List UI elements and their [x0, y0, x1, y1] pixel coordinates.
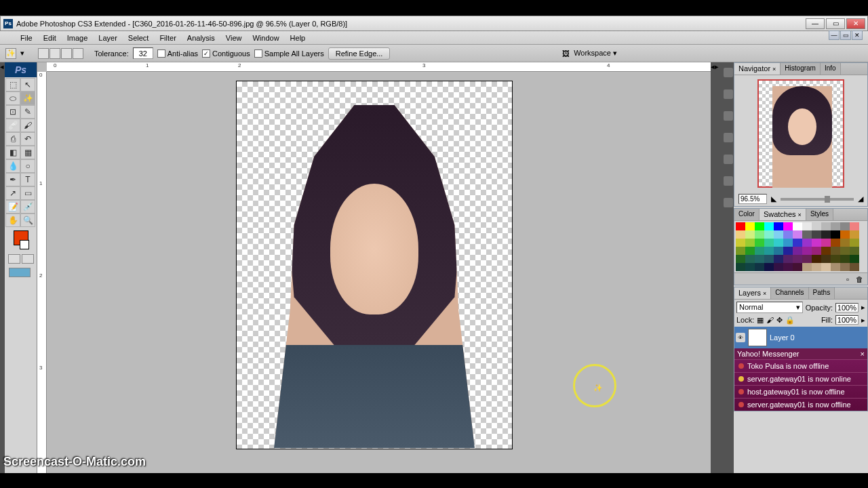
swatch-cell[interactable] — [850, 230, 859, 239]
swatch-cell[interactable] — [736, 263, 745, 271]
swatch-cell[interactable] — [821, 255, 831, 263]
swatch-cell[interactable] — [802, 247, 812, 255]
opacity-input[interactable]: 100% — [835, 303, 859, 312]
select-subtract-icon[interactable] — [61, 48, 72, 59]
quickmask-mode-icon[interactable] — [22, 254, 34, 264]
swatch-cell[interactable] — [821, 247, 831, 255]
lasso-tool[interactable]: ⬭ — [5, 92, 20, 105]
swatch-cell[interactable] — [755, 239, 764, 247]
menu-layer[interactable]: Layer — [93, 33, 123, 43]
swatch-cell[interactable] — [812, 255, 821, 263]
swatch-cell[interactable] — [840, 239, 850, 247]
swatch-cell[interactable] — [755, 222, 764, 230]
swatch-cell[interactable] — [755, 247, 764, 255]
swatch-cell[interactable] — [812, 230, 821, 239]
swatch-cell[interactable] — [793, 230, 802, 239]
swatch-cell[interactable] — [755, 263, 764, 271]
tab-swatches[interactable]: Swatches× — [760, 209, 806, 220]
select-tool[interactable]: ↖ — [20, 78, 35, 92]
maximize-button[interactable]: ▭ — [826, 18, 845, 29]
tab-styles[interactable]: Styles — [806, 209, 833, 220]
fill-input[interactable]: 100% — [835, 315, 859, 325]
select-add-icon[interactable] — [50, 48, 60, 59]
stamp-tool[interactable]: ⎙ — [5, 132, 20, 146]
tab-color[interactable]: Color — [734, 209, 760, 220]
swatch-cell[interactable] — [802, 239, 812, 247]
menu-edit[interactable]: Edit — [38, 33, 62, 43]
swatch-cell[interactable] — [783, 230, 793, 239]
swatch-cell[interactable] — [736, 222, 745, 230]
slice-tool[interactable]: ✎ — [20, 105, 35, 119]
swatch-cell[interactable] — [831, 255, 840, 263]
hand-tool[interactable]: ✋ — [5, 214, 20, 227]
swatch-cell[interactable] — [793, 239, 802, 247]
swatch-cell[interactable] — [840, 230, 850, 239]
swatch-cell[interactable] — [812, 263, 821, 271]
swatch-cell[interactable] — [736, 239, 745, 247]
lock-transparency-icon[interactable]: ▦ — [757, 316, 764, 325]
swatch-cell[interactable] — [831, 263, 840, 271]
swatch-cell[interactable] — [764, 263, 774, 271]
swatch-cell[interactable] — [821, 222, 831, 230]
zoom-tool[interactable]: 🔍 — [20, 214, 35, 227]
mdi-close[interactable]: ✕ — [852, 30, 863, 40]
menu-analysis[interactable]: Analysis — [182, 33, 220, 43]
swatch-cell[interactable] — [840, 247, 850, 255]
swatch-cell[interactable] — [745, 222, 755, 230]
antialias-checkbox[interactable] — [157, 49, 165, 58]
screen-mode-icon[interactable] — [9, 268, 31, 277]
mdi-restore[interactable]: ▭ — [840, 30, 851, 40]
swatch-cell[interactable] — [774, 247, 783, 255]
menu-help[interactable]: Help — [285, 33, 311, 43]
eyedropper-tool[interactable]: 💉 — [20, 200, 35, 214]
swatch-cell[interactable] — [764, 239, 774, 247]
zoom-in-icon[interactable]: ◢ — [858, 195, 863, 203]
swatch-cell[interactable] — [840, 222, 850, 230]
magic-wand-icon[interactable]: ✨ — [5, 48, 16, 59]
brush-tool[interactable]: 🖌 — [20, 119, 35, 132]
new-swatch-icon[interactable]: ▫ — [846, 275, 849, 283]
workspace-dropdown[interactable]: Workspace ▾ — [574, 49, 617, 58]
menu-filter[interactable]: Filter — [154, 33, 181, 43]
swatch-cell[interactable] — [755, 255, 764, 263]
blend-mode-select[interactable]: Normal▾ — [736, 302, 803, 313]
swatch-cell[interactable] — [774, 263, 783, 271]
dock-icon-7[interactable] — [724, 198, 733, 207]
swatch-cell[interactable] — [783, 263, 793, 271]
blur-tool[interactable]: 💧 — [5, 159, 20, 173]
swatch-cell[interactable] — [840, 263, 850, 271]
swatch-cell[interactable] — [745, 263, 755, 271]
swatch-cell[interactable] — [793, 222, 802, 230]
dock-icon-6[interactable] — [724, 176, 733, 186]
swatch-cell[interactable] — [783, 239, 793, 247]
path-tool[interactable]: ↗ — [5, 186, 20, 200]
swatch-cell[interactable] — [793, 247, 802, 255]
swatch-cell[interactable] — [774, 222, 783, 230]
select-new-icon[interactable] — [38, 48, 49, 59]
pen-tool[interactable]: ✒ — [5, 173, 20, 186]
swatch-cell[interactable] — [831, 247, 840, 255]
swatch-cell[interactable] — [802, 263, 812, 271]
close-button[interactable]: ✕ — [846, 18, 865, 29]
tab-histogram[interactable]: Histogram — [781, 63, 821, 75]
menu-view[interactable]: View — [220, 33, 248, 43]
shape-tool[interactable]: ▭ — [20, 186, 35, 200]
refine-edge-button[interactable]: Refine Edge... — [328, 47, 391, 60]
layer-name[interactable]: Layer 0 — [770, 333, 795, 342]
delete-swatch-icon[interactable]: 🗑 — [856, 275, 863, 283]
dock-strip-left[interactable]: ◂ — [0, 62, 5, 473]
swatch-cell[interactable] — [793, 263, 802, 271]
heal-tool[interactable]: 🩹 — [5, 119, 20, 132]
swatch-cell[interactable] — [812, 222, 821, 230]
swatch-cell[interactable] — [736, 255, 745, 263]
tab-channels[interactable]: Channels — [771, 287, 808, 299]
dock-icon-2[interactable] — [724, 89, 733, 99]
workspace-icon[interactable]: 🖼 — [562, 49, 570, 58]
swatch-cell[interactable] — [783, 255, 793, 263]
swatch-cell[interactable] — [745, 255, 755, 263]
swatch-cell[interactable] — [821, 230, 831, 239]
swatch-cell[interactable] — [764, 222, 774, 230]
background-color[interactable] — [20, 240, 29, 249]
swatch-cell[interactable] — [850, 247, 859, 255]
swatch-cell[interactable] — [850, 222, 859, 230]
